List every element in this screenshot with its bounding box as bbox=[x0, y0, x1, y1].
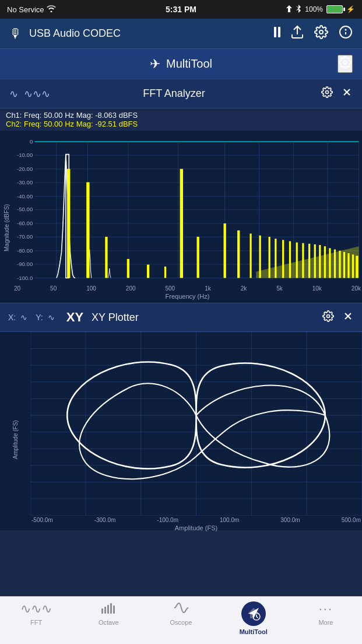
app-settings-button[interactable] bbox=[338, 55, 353, 73]
app-header: ✈ MultiTool bbox=[0, 49, 362, 79]
fft-y-axis-label: Magnitude (dBFS) bbox=[0, 135, 13, 303]
svg-rect-67 bbox=[343, 252, 345, 278]
tab-more[interactable]: ··· More bbox=[290, 601, 362, 626]
svg-rect-45 bbox=[147, 265, 149, 278]
oscope-tab-icon bbox=[173, 601, 189, 617]
svg-rect-44 bbox=[127, 259, 129, 278]
oscope-tab-label: Oscope bbox=[170, 619, 192, 626]
svg-rect-105 bbox=[104, 607, 106, 614]
svg-point-5 bbox=[326, 91, 329, 94]
more-tab-icon: ··· bbox=[319, 601, 333, 617]
xy-close-button[interactable] bbox=[342, 310, 354, 325]
svg-text:-70.00: -70.00 bbox=[17, 233, 33, 240]
xy-plotter-title: XY Plotter bbox=[92, 312, 139, 324]
bluetooth-icon bbox=[296, 5, 301, 15]
svg-rect-50 bbox=[237, 230, 240, 278]
fft-canvas[interactable]: 0 -10.00 -20.00 -30.00 -40.00 -50.00 -60… bbox=[13, 135, 362, 284]
xy-chart: Amplitude (FS) bbox=[0, 332, 362, 530]
more-tab-label: More bbox=[318, 619, 333, 626]
xy-tool-header: X: ∿ Y: ∿ XY XY Plotter bbox=[0, 303, 362, 332]
tab-bar: ∿∿∿ FFT Octave Oscope bbox=[0, 596, 362, 644]
svg-text:0: 0 bbox=[30, 138, 33, 145]
svg-rect-106 bbox=[107, 605, 109, 614]
svg-rect-46 bbox=[164, 267, 166, 278]
svg-rect-66 bbox=[339, 251, 340, 278]
ch1-info: Ch1: Freq: 50.00 Hz Mag: -8.063 dBFS bbox=[6, 111, 356, 120]
svg-text:-50.00: -50.00 bbox=[17, 206, 33, 212]
xy-settings-button[interactable] bbox=[322, 310, 334, 325]
svg-rect-42 bbox=[86, 182, 89, 278]
fft-chart: Magnitude (dBFS) bbox=[0, 131, 362, 303]
svg-rect-48 bbox=[197, 237, 199, 278]
multitool-tab-icon-bg bbox=[241, 601, 266, 626]
microphone-icon: 🎙 bbox=[9, 26, 22, 41]
xy-x-label: Amplitude (FS) bbox=[175, 524, 217, 531]
fft-close-button[interactable] bbox=[341, 86, 353, 101]
fft-tool-header: ∿ ∿∿∿ FFT Analyzer bbox=[0, 79, 362, 108]
fft-title: FFT Analyzer bbox=[56, 88, 292, 100]
wifi-icon bbox=[47, 5, 56, 14]
svg-rect-107 bbox=[110, 603, 112, 614]
xy-label: XY bbox=[66, 310, 83, 325]
svg-rect-41 bbox=[67, 169, 70, 278]
charging-icon: ⚡ bbox=[346, 5, 355, 13]
wave-icon-1: ∿ bbox=[9, 88, 18, 100]
svg-rect-51 bbox=[249, 233, 251, 278]
fft-settings-button[interactable] bbox=[321, 86, 333, 101]
settings-button[interactable] bbox=[314, 25, 328, 42]
svg-text:-100.0: -100.0 bbox=[17, 275, 33, 281]
svg-text:-40.00: -40.00 bbox=[17, 193, 33, 200]
svg-rect-70 bbox=[356, 256, 358, 278]
info-button[interactable] bbox=[339, 25, 353, 42]
svg-rect-49 bbox=[224, 223, 226, 278]
fft-x-axis: 20501002005001k2k5k10k20k Frequency (Hz) bbox=[13, 284, 362, 303]
status-bar: No Service 5:31 PM 100% ⚡ bbox=[0, 0, 362, 19]
svg-text:-60.00: -60.00 bbox=[17, 220, 33, 226]
svg-rect-68 bbox=[347, 253, 349, 278]
tab-multitool[interactable]: MultiTool bbox=[217, 601, 290, 635]
tab-octave[interactable]: Octave bbox=[72, 601, 145, 626]
app-title: MultiTool bbox=[166, 57, 212, 71]
multitool-tab-label: MultiTool bbox=[240, 628, 268, 635]
octave-tab-label: Octave bbox=[99, 619, 119, 626]
channel-info: Ch1: Freq: 50.00 Hz Mag: -8.063 dBFS Ch2… bbox=[0, 108, 362, 131]
xy-y-wave: ∿ bbox=[48, 313, 55, 322]
octave-tab-icon bbox=[100, 601, 117, 617]
svg-rect-108 bbox=[113, 606, 115, 614]
svg-rect-64 bbox=[329, 248, 331, 278]
xy-canvas[interactable]: 500.0m 400.0m 300.0m 200.0m 100.0m 0.0m … bbox=[30, 332, 362, 516]
svg-point-4 bbox=[343, 61, 347, 64]
device-name: USB Audio CODEC bbox=[29, 27, 267, 40]
tab-oscope[interactable]: Oscope bbox=[145, 601, 217, 626]
xy-x-label: X: bbox=[8, 313, 16, 322]
tab-fft[interactable]: ∿∿∿ FFT bbox=[0, 601, 72, 626]
pause-button[interactable] bbox=[274, 27, 280, 40]
multitool-icon: ✈ bbox=[150, 57, 160, 72]
fft-tab-label: FFT bbox=[30, 619, 42, 626]
xy-x-wave: ∿ bbox=[20, 313, 27, 322]
device-bar: 🎙 USB Audio CODEC bbox=[0, 19, 362, 49]
svg-text:-80.00: -80.00 bbox=[17, 247, 33, 254]
xy-x-axis: -500.0m-300.0m-100.0m100.0m300.0m500.0m … bbox=[30, 516, 362, 531]
svg-point-71 bbox=[327, 314, 330, 317]
svg-text:-90.00: -90.00 bbox=[17, 261, 33, 267]
battery-icon bbox=[326, 5, 343, 13]
svg-rect-104 bbox=[101, 608, 103, 614]
battery-label: 100% bbox=[305, 5, 323, 13]
xy-y-label: Y: bbox=[36, 313, 43, 322]
svg-rect-47 bbox=[180, 169, 183, 278]
svg-rect-69 bbox=[352, 254, 354, 278]
carrier-label: No Service bbox=[7, 5, 44, 14]
location-icon bbox=[286, 5, 292, 14]
wave-icon-2: ∿∿∿ bbox=[24, 88, 50, 100]
fft-tab-icon: ∿∿∿ bbox=[20, 601, 52, 617]
svg-text:-10.00: -10.00 bbox=[17, 152, 33, 158]
svg-rect-65 bbox=[334, 250, 336, 278]
share-button[interactable] bbox=[291, 25, 304, 42]
xy-y-axis-label: Amplitude (FS) bbox=[0, 332, 30, 530]
svg-text:-20.00: -20.00 bbox=[17, 166, 33, 172]
fft-x-label: Frequency (Hz) bbox=[166, 293, 210, 300]
svg-point-0 bbox=[319, 30, 323, 34]
time-label: 5:31 PM bbox=[166, 5, 196, 14]
svg-rect-43 bbox=[105, 237, 107, 278]
